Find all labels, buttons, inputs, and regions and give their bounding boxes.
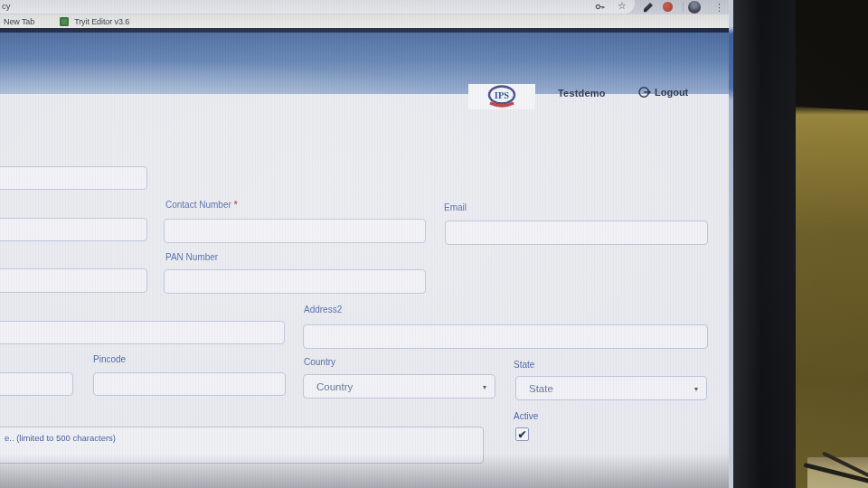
pincode-input[interactable]	[93, 372, 286, 396]
chevron-down-icon: ▾	[694, 384, 698, 392]
email-label: Email	[444, 202, 467, 212]
extension-red-icon[interactable]	[663, 2, 673, 12]
description-textarea[interactable]: e.. (limited to 500 characters)	[0, 427, 484, 464]
tryit-editor-favicon	[60, 17, 69, 26]
bookmark-tryit-editor[interactable]: Tryit Editor v3.6	[74, 17, 129, 26]
svg-text:IPS: IPS	[495, 90, 510, 100]
active-checkbox[interactable]: ✔	[515, 427, 529, 441]
logout-icon	[638, 86, 651, 99]
background-dark-corner	[796, 0, 868, 110]
monitor-bezel	[733, 0, 796, 488]
address2-input[interactable]	[303, 324, 708, 349]
pincode-label: Pincode	[93, 354, 126, 364]
country-select[interactable]: Country ▾	[303, 374, 495, 399]
left-column-input-2[interactable]	[0, 218, 147, 241]
photo-of-monitor: cy ☆ ⋮ New Tab Tryit Editor v3.6	[0, 0, 868, 488]
address1-input[interactable]	[0, 321, 285, 344]
left-column-input-3[interactable]	[0, 268, 147, 293]
country-selected-value: Country	[316, 381, 353, 392]
profile-avatar[interactable]	[688, 1, 701, 14]
active-label: Active	[514, 411, 538, 421]
description-placeholder: e.. (limited to 500 characters)	[5, 433, 116, 443]
email-input[interactable]	[445, 221, 708, 245]
extension-pen-icon[interactable]	[643, 2, 654, 13]
left-column-input-4[interactable]	[0, 372, 73, 396]
left-column-input-1[interactable]	[0, 166, 147, 190]
toolbar-divider	[683, 2, 684, 12]
ips-logo-emblem: IPS	[481, 85, 523, 108]
bookmark-new-tab[interactable]: New Tab	[4, 17, 34, 26]
bookmarks-bar: New Tab Tryit Editor v3.6	[0, 14, 732, 28]
logout-button[interactable]: Logout	[638, 86, 688, 99]
app-logo[interactable]: IPS	[468, 84, 535, 109]
key-icon[interactable]	[595, 2, 605, 12]
pan-number-input[interactable]	[164, 269, 426, 294]
address2-label: Address2	[304, 305, 342, 314]
check-icon: ✔	[517, 428, 526, 441]
monitor-screen: cy ☆ ⋮ New Tab Tryit Editor v3.6	[0, 0, 732, 488]
address-bar-text: cy	[2, 1, 11, 11]
user-name: Testdemo	[558, 88, 606, 99]
contact-number-input[interactable]	[164, 219, 426, 243]
app-header: IPS Testdemo Logout	[0, 33, 732, 94]
country-label: Country	[304, 357, 335, 367]
state-select[interactable]: State ▾	[515, 376, 707, 400]
state-selected-value: State	[529, 383, 553, 394]
logout-label: Logout	[655, 87, 688, 98]
address-bar[interactable]: cy	[0, 0, 635, 14]
browser-toolbar: cy ☆ ⋮	[0, 0, 732, 14]
chevron-down-icon: ▾	[483, 382, 486, 390]
contact-number-label: Contact Number*	[165, 200, 238, 210]
required-asterisk: *	[234, 200, 238, 210]
pan-number-label: PAN Number	[165, 252, 218, 262]
bookmark-star-icon[interactable]: ☆	[618, 0, 627, 12]
state-label: State	[514, 360, 534, 370]
browser-menu-icon[interactable]: ⋮	[714, 1, 724, 14]
